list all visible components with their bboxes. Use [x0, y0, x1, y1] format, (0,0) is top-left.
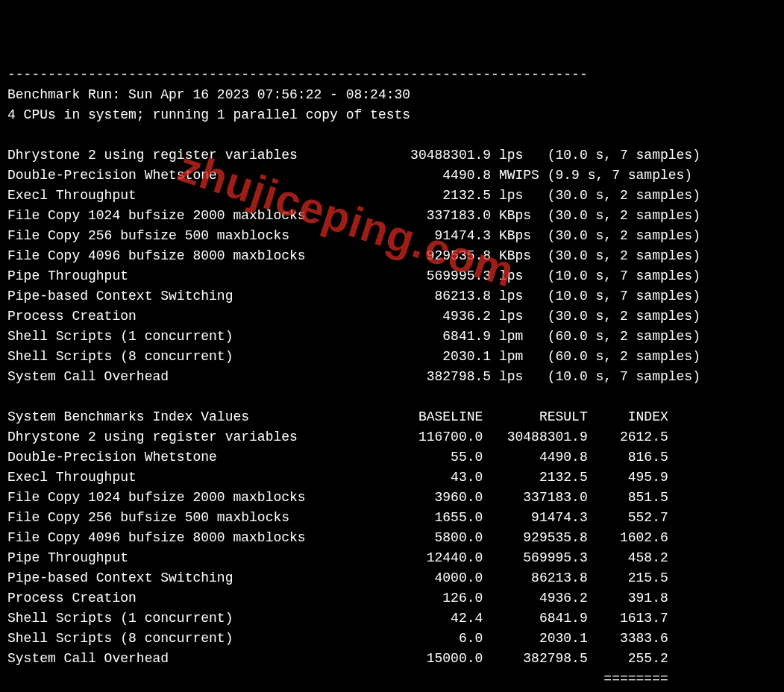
terminal-output: ----------------------------------------…: [7, 65, 777, 692]
